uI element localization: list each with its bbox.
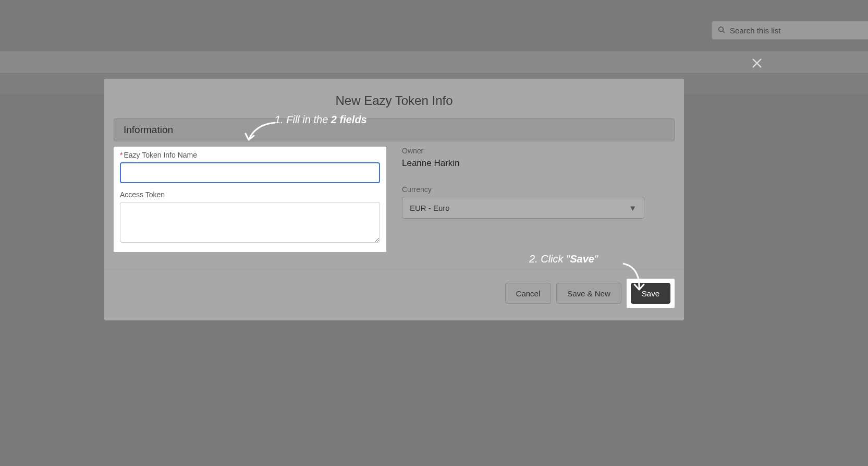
modal-new-eazy-token: New Eazy Token Info Information *Eazy To…: [104, 79, 684, 320]
cancel-button[interactable]: Cancel: [505, 283, 552, 304]
highlight-fields: *Eazy Token Info Name Access Token: [114, 147, 386, 252]
close-button[interactable]: [750, 56, 764, 70]
name-label-text: Eazy Token Info Name: [124, 151, 197, 159]
name-input[interactable]: [120, 162, 380, 183]
access-token-input[interactable]: [120, 202, 380, 243]
field-currency: Currency EUR - Euro ▼: [402, 185, 675, 219]
chevron-down-icon: ▼: [629, 204, 637, 212]
currency-select[interactable]: EUR - Euro ▼: [402, 197, 644, 219]
currency-value: EUR - Euro: [410, 204, 450, 212]
field-access-token: Access Token: [120, 190, 380, 245]
save-and-new-button[interactable]: Save & New: [556, 283, 621, 304]
svg-line-1: [723, 31, 725, 33]
svg-point-0: [719, 27, 724, 31]
section-header-information: Information: [114, 118, 675, 141]
form-column-right: Owner Leanne Harkin Currency EUR - Euro …: [402, 147, 675, 252]
search-input-wrap[interactable]: Search this list: [712, 21, 868, 40]
save-button[interactable]: Save: [631, 283, 670, 304]
owner-label: Owner: [402, 147, 675, 155]
modal-footer: Cancel Save & New Save: [104, 268, 684, 320]
search-placeholder: Search this list: [730, 26, 781, 35]
name-label: *Eazy Token Info Name: [120, 151, 380, 159]
field-name: *Eazy Token Info Name: [120, 151, 380, 183]
currency-label: Currency: [402, 185, 675, 194]
close-icon: [751, 57, 763, 69]
access-token-label: Access Token: [120, 190, 380, 199]
form-column-left: *Eazy Token Info Name Access Token: [114, 147, 386, 252]
background-band: [0, 51, 868, 73]
search-icon: [717, 26, 726, 35]
field-owner: Owner Leanne Harkin: [402, 147, 675, 169]
owner-value: Leanne Harkin: [402, 158, 460, 168]
form-body: *Eazy Token Info Name Access Token Owner…: [104, 141, 684, 268]
save-highlight: Save: [627, 279, 675, 308]
modal-title: New Eazy Token Info: [104, 79, 684, 118]
